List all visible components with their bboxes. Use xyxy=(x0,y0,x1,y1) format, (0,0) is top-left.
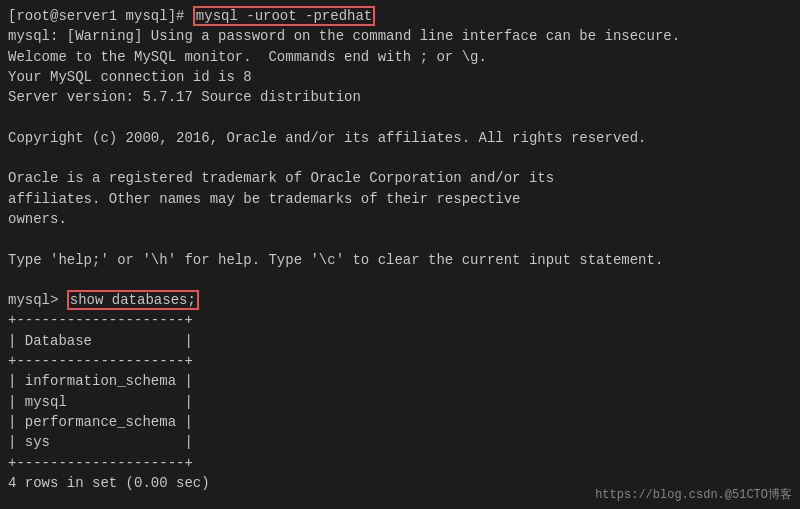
terminal-line: Server version: 5.7.17 Source distributi… xyxy=(8,87,792,107)
terminal-line: | mysql | xyxy=(8,392,792,412)
terminal-line: mysql> show databases; xyxy=(8,290,792,310)
terminal-line: | performance_schema | xyxy=(8,412,792,432)
prompt: [root@server1 mysql]# xyxy=(8,8,193,24)
mysql-prompt: mysql> xyxy=(8,292,67,308)
terminal-line: | information_schema | xyxy=(8,371,792,391)
using-highlight: Us xyxy=(151,28,168,44)
show-databases-highlight: show databases; xyxy=(67,290,199,310)
terminal-line: Welcome to the MySQL monitor. Commands e… xyxy=(8,47,792,67)
terminal-line: Your MySQL connection id is 8 xyxy=(8,67,792,87)
terminal-line: | sys | xyxy=(8,432,792,452)
terminal-line: mysql: [Warning] Using a password on the… xyxy=(8,26,792,46)
terminal-line: Type 'help;' or '\h' for help. Type '\c'… xyxy=(8,250,792,270)
terminal-line: +--------------------+ xyxy=(8,351,792,371)
terminal-window: [root@server1 mysql]# mysql -uroot -pred… xyxy=(0,0,800,509)
terminal-line xyxy=(8,229,792,249)
terminal-line xyxy=(8,270,792,290)
watermark: https://blog.csdn.@51CTO博客 xyxy=(595,486,792,503)
terminal-line: affiliates. Other names may be trademark… xyxy=(8,189,792,209)
terminal-line: owners. xyxy=(8,209,792,229)
terminal-line: | Database | xyxy=(8,331,792,351)
corporation-text: Corporation xyxy=(369,170,461,186)
terminal-line: Oracle is a registered trademark of Orac… xyxy=(8,168,792,188)
its-text: its xyxy=(529,170,554,186)
terminal-line: +--------------------+ xyxy=(8,310,792,330)
command-highlight: mysql -uroot -predhat xyxy=(193,6,375,26)
terminal-line: [root@server1 mysql]# mysql -uroot -pred… xyxy=(8,6,792,26)
terminal-line: +--------------------+ xyxy=(8,453,792,473)
terminal-line xyxy=(8,107,792,127)
terminal-line: Copyright (c) 2000, 2016, Oracle and/or … xyxy=(8,128,792,148)
terminal-line xyxy=(8,148,792,168)
